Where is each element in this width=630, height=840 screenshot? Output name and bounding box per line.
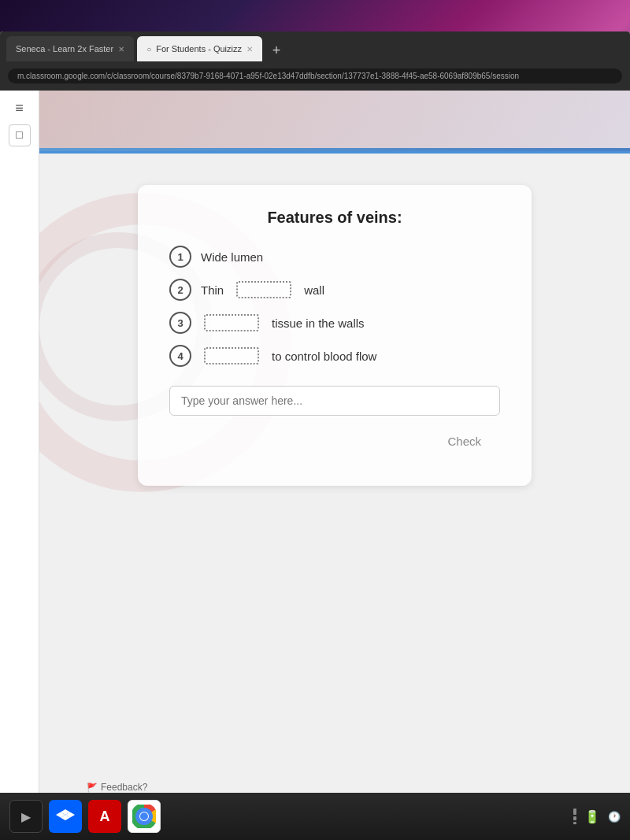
- address-bar[interactable]: m.classroom.google.com/c/classroom/cours…: [8, 68, 622, 83]
- tab-quizizz-favicon: ○: [146, 45, 151, 54]
- address-bar-row: m.classroom.google.com/c/classroom/cours…: [0, 61, 630, 91]
- browser-content: ≡ ☐ Features of veins: 1: [0, 91, 630, 840]
- quiz-area: Features of veins: 1 Wide lumen 2 Thin: [39, 154, 630, 840]
- tab-seneca-close[interactable]: ✕: [118, 45, 124, 54]
- answer-number-2: 2: [169, 279, 191, 301]
- answer-blank-4: [204, 347, 259, 364]
- browser-chrome: Seneca - Learn 2x Faster ✕ ○ For Student…: [0, 31, 630, 91]
- banner-accent-bar: [39, 148, 630, 151]
- answer-blank-2: [236, 281, 291, 298]
- answer-item-4: 4 to control blood flow: [169, 345, 500, 367]
- play-icon: ▶: [21, 809, 31, 824]
- feedback-icon: 🚩: [87, 783, 98, 793]
- tab-seneca[interactable]: Seneca - Learn 2x Faster ✕: [6, 36, 134, 61]
- feedback-link[interactable]: 🚩 Feedback?: [87, 782, 147, 793]
- svg-marker-4: [61, 818, 65, 821]
- taskbar-icon-dropbox[interactable]: [49, 800, 82, 833]
- feedback-label: Feedback?: [101, 782, 147, 793]
- answer-number-3: 3: [169, 312, 191, 334]
- signal-bar-1: [573, 822, 576, 824]
- answer-number-4: 4: [169, 345, 191, 367]
- chrome-logo-icon: [132, 805, 156, 828]
- tab-quizizz-close[interactable]: ✕: [246, 45, 253, 54]
- battery-icon: 🔋: [584, 809, 600, 824]
- content-banner: [39, 91, 630, 154]
- taskbar-icon-play[interactable]: ▶: [9, 800, 43, 833]
- system-tray: 🔋 🕐: [573, 809, 621, 824]
- check-button[interactable]: Check: [428, 428, 500, 454]
- taskbar: ▶ A 🔋 🕐: [0, 793, 630, 840]
- clock-icon: 🕐: [608, 811, 621, 823]
- main-content: Features of veins: 1 Wide lumen 2 Thin: [39, 91, 630, 840]
- sidebar-checkbox-icon: ☐: [9, 124, 31, 146]
- tab-seneca-label: Seneca - Learn 2x Faster: [16, 44, 113, 54]
- answer-text-2-after: wall: [304, 283, 324, 297]
- browser-window: Seneca - Learn 2x Faster ✕ ○ For Student…: [0, 31, 630, 840]
- taskbar-icon-chrome[interactable]: [128, 800, 161, 833]
- question-title: Features of veins:: [169, 209, 500, 227]
- tab-quizizz-label: For Students - Quizizz: [156, 44, 242, 54]
- tab-bar: Seneca - Learn 2x Faster ✕ ○ For Student…: [0, 31, 630, 61]
- answer-item-2: 2 Thin wall: [169, 279, 500, 301]
- signal-bar-3: [573, 809, 576, 815]
- answer-text-4-after: to control blood flow: [272, 350, 376, 363]
- answer-item-1: 1 Wide lumen: [169, 246, 500, 268]
- signal-bar-2: [573, 816, 576, 820]
- answer-text-2-before: Thin: [201, 283, 224, 297]
- answer-input-area: [169, 386, 500, 416]
- tab-quizizz[interactable]: ○ For Students - Quizizz ✕: [137, 36, 262, 61]
- answer-number-1: 1: [169, 246, 191, 268]
- taskbar-icon-acrobat[interactable]: A: [88, 800, 121, 833]
- dropbox-logo-icon: [56, 807, 75, 826]
- answer-text-3-after: tissue in the walls: [272, 316, 365, 330]
- svg-point-7: [140, 812, 148, 820]
- answer-text-1: Wide lumen: [201, 250, 263, 264]
- quiz-card: Features of veins: 1 Wide lumen 2 Thin: [138, 185, 532, 486]
- left-sidebar: ≡ ☐: [0, 91, 39, 840]
- answer-item-3: 3 tissue in the walls: [169, 312, 500, 334]
- signal-icon: [573, 809, 576, 824]
- new-tab-button[interactable]: +: [265, 39, 287, 61]
- sidebar-menu-icon[interactable]: ≡: [15, 100, 24, 117]
- answer-text-input[interactable]: [169, 386, 500, 416]
- answer-blank-3: [204, 314, 259, 331]
- answer-list: 1 Wide lumen 2 Thin wall 3: [169, 246, 500, 367]
- acrobat-icon: A: [100, 809, 110, 825]
